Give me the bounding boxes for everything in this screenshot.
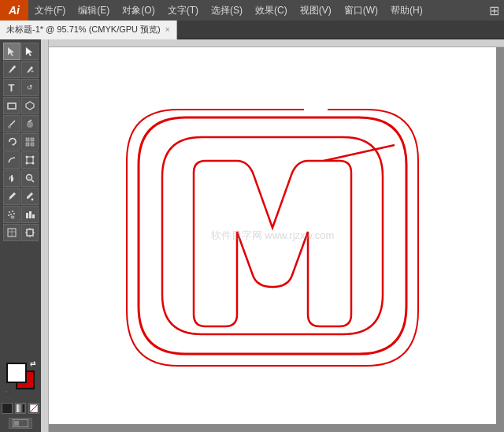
svg-rect-27 [26, 213, 28, 218]
direct-select-tool[interactable] [21, 43, 39, 60]
paint-bucket-tool[interactable] [21, 188, 39, 205]
tool-row-9 [3, 188, 39, 205]
toolbar: + T ↺ [0, 39, 41, 432]
svg-point-14 [32, 156, 34, 158]
svg-point-21 [9, 211, 10, 213]
svg-rect-20 [9, 199, 10, 200]
svg-point-16 [32, 162, 34, 165]
artboard-tool[interactable] [21, 224, 39, 241]
svg-rect-3 [8, 103, 16, 109]
canvas-area[interactable]: 软件目字网 www.rjzxw.com [41, 39, 504, 432]
polygon-tool[interactable] [21, 97, 39, 114]
hand-tool[interactable] [3, 169, 20, 187]
type-tool[interactable]: T [3, 79, 20, 96]
free-transform-tool[interactable] [21, 151, 39, 169]
svg-rect-8 [26, 138, 29, 141]
menu-help[interactable]: 帮助(H) [384, 0, 429, 20]
tool-row-8: + [3, 169, 39, 187]
menu-bar: 文件(F) 编辑(E) 对象(O) 文字(T) 选择(S) 效果(C) 视图(V… [28, 0, 489, 20]
tool-row-2: + [3, 61, 39, 78]
main-layout: + T ↺ [0, 39, 504, 432]
svg-marker-0 [8, 47, 14, 56]
menu-text[interactable]: 文字(T) [161, 0, 205, 20]
tool-row-10 [3, 206, 39, 223]
svg-text:+: + [31, 69, 34, 74]
reset-colors-icon[interactable]: ⬛ [5, 391, 12, 397]
blob-brush-tool[interactable] [21, 115, 39, 132]
svg-rect-42 [14, 421, 19, 426]
rectangle-tool[interactable] [3, 97, 20, 114]
menu-effects[interactable]: 效果(C) [249, 0, 294, 20]
svg-point-25 [8, 214, 9, 216]
normal-mode-button[interactable] [2, 403, 13, 414]
menu-edit[interactable]: 编辑(E) [72, 0, 116, 20]
symbol-sprayer-tool[interactable] [3, 206, 20, 223]
menu-file[interactable]: 文件(F) [28, 0, 72, 20]
color-section: ⇄ ⬛ [3, 359, 38, 399]
eyedropper-tool[interactable] [3, 188, 20, 205]
pen-tool[interactable] [3, 61, 20, 78]
tab-bar: 未标题-1* @ 95.71% (CMYK/GPU 预览) × [0, 20, 504, 39]
app-logo: Ai [0, 0, 28, 20]
grid-menu-icon[interactable]: ⊞ [489, 3, 499, 18]
svg-rect-10 [26, 143, 29, 146]
tool-row-4 [3, 97, 39, 114]
svg-marker-1 [26, 47, 32, 56]
paintbrush-tool[interactable] [3, 115, 20, 132]
zoom-tool[interactable]: + [21, 169, 39, 187]
menu-window[interactable]: 窗口(W) [338, 0, 384, 20]
app-bar: Ai 文件(F) 编辑(E) 对象(O) 文字(T) 选择(S) 效果(C) 视… [0, 0, 504, 20]
tool-row-7 [3, 151, 39, 169]
tool-row-6 [3, 133, 39, 151]
svg-rect-28 [29, 211, 32, 218]
bar-graph-tool[interactable] [21, 206, 39, 223]
gradient-button[interactable] [15, 403, 26, 414]
svg-point-23 [10, 214, 12, 215]
svg-rect-26 [11, 216, 14, 218]
ruler-horizontal [41, 39, 504, 47]
menu-view[interactable]: 视图(V) [294, 0, 338, 20]
menu-object[interactable]: 对象(O) [116, 0, 161, 20]
svg-rect-11 [31, 143, 34, 146]
svg-point-22 [12, 210, 13, 212]
svg-point-5 [8, 125, 11, 128]
svg-rect-12 [27, 157, 33, 163]
none-button[interactable] [28, 403, 39, 414]
mode-buttons [2, 403, 39, 414]
swap-colors-icon[interactable]: ⇄ [30, 359, 36, 367]
svg-rect-33 [27, 229, 33, 236]
active-tab[interactable]: 未标题-1* @ 95.71% (CMYK/GPU 预览) × [0, 20, 177, 39]
select-tool[interactable] [3, 43, 20, 60]
ruler-vertical [41, 39, 49, 432]
tool-row-5 [3, 115, 39, 132]
svg-point-6 [27, 121, 33, 128]
svg-rect-29 [32, 214, 35, 218]
grid-tool[interactable] [21, 133, 39, 151]
touch-type-tool[interactable]: ↺ [21, 79, 39, 96]
tool-row-1 [3, 43, 39, 60]
svg-marker-4 [26, 102, 34, 110]
svg-line-18 [32, 180, 34, 182]
rotate-tool[interactable] [3, 133, 20, 151]
logo-drawing [123, 102, 422, 370]
svg-line-43 [324, 145, 395, 161]
svg-rect-9 [31, 138, 34, 141]
tab-title: 未标题-1* @ 95.71% (CMYK/GPU 预览) [6, 24, 161, 35]
tool-row-3: T ↺ [3, 79, 39, 96]
screen-mode [9, 418, 32, 429]
canvas: 软件目字网 www.rjzxw.com [49, 47, 496, 424]
warp-tool[interactable] [3, 151, 20, 169]
add-anchor-tool[interactable]: + [21, 61, 39, 78]
menu-select[interactable]: 选择(S) [205, 0, 249, 20]
screen-mode-button[interactable] [9, 418, 32, 429]
tab-close-button[interactable]: × [165, 25, 170, 34]
slice-tool[interactable] [3, 224, 20, 241]
svg-point-13 [25, 156, 28, 158]
svg-rect-38 [17, 404, 24, 412]
foreground-color-box[interactable] [6, 363, 27, 383]
svg-point-24 [13, 213, 15, 214]
svg-text:+: + [28, 175, 30, 180]
tool-row-11 [3, 224, 39, 241]
svg-point-15 [25, 162, 28, 165]
